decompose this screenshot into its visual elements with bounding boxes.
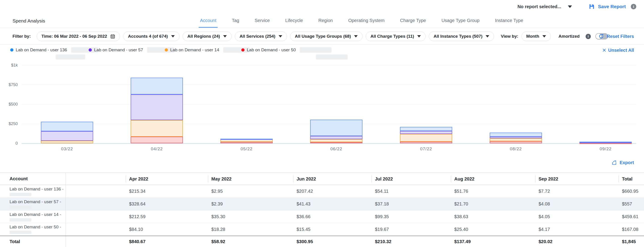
bar-segment-lab-on-demand-user-14-04-22[interactable]: [131, 120, 183, 137]
chevron-down-icon: [171, 35, 175, 37]
x-axis-tick: 03/22: [49, 146, 85, 151]
table-row[interactable]: Lab on Demand - user 57 -$328.64$2.39$41…: [0, 198, 644, 211]
info-icon[interactable]: i: [631, 4, 636, 9]
tab-operating-system[interactable]: Operating System: [348, 13, 384, 28]
unselect-all-button[interactable]: ✕ Unselect All: [602, 48, 634, 53]
reset-filters-label: Reset Filters: [607, 34, 634, 39]
legend-item-1[interactable]: Lab on Demand - user 136: [10, 47, 98, 53]
spend-value-cell: $2.39: [208, 198, 293, 211]
filter-pill-all-services-254-[interactable]: All Services (254): [235, 31, 287, 41]
legend-label: Lab on Demand - user 14: [170, 47, 219, 52]
top-header: No report selected... Save Report i: [0, 0, 644, 13]
amortized-info-icon[interactable]: i: [586, 34, 591, 39]
y-axis-tick: $1k: [1, 63, 18, 68]
bar-segment-lab-on-demand-user-14-06-22[interactable]: [310, 139, 362, 142]
legend-label: Lab on Demand - user 136: [16, 47, 67, 52]
time-range-pill[interactable]: Time: 06 Mar 2022 - 06 Sep 2022: [36, 31, 120, 41]
legend-item-4[interactable]: Lab on Demand - user 50: [241, 47, 332, 53]
spend-value-cell: $207.42: [293, 185, 372, 198]
tab-region[interactable]: Region: [318, 13, 333, 28]
legend-item-2[interactable]: Lab on Demand - user 57: [88, 47, 174, 53]
spend-value-cell: $4.05: [535, 211, 618, 223]
bar-segment-lab-on-demand-user-136-03-22[interactable]: [41, 122, 93, 131]
filter-pill-label: Accounts 4 (of 674): [128, 34, 168, 39]
bar-segment-lab-on-demand-user-50-08-22[interactable]: [490, 141, 542, 143]
bar-segment-lab-on-demand-user-57-07-22[interactable]: [400, 131, 452, 134]
reset-filters-button[interactable]: Reset Filters: [598, 34, 634, 39]
bar-segment-lab-on-demand-user-57-06-22[interactable]: [310, 136, 362, 139]
bar-segment-lab-on-demand-user-57-04-22[interactable]: [131, 94, 183, 120]
unselect-all-label: Unselect All: [608, 48, 634, 53]
filter-pill-all-instance-types-507-[interactable]: All Instance Types (507): [429, 31, 494, 41]
legend-dot-icon: [88, 48, 92, 51]
report-selector-value: No report selected...: [518, 4, 561, 9]
tab-usage-type-group[interactable]: Usage Type Group: [442, 13, 480, 28]
total-value-cell: $210.32: [372, 236, 451, 247]
bar-segment-lab-on-demand-user-136-05-22[interactable]: [220, 139, 273, 140]
spend-value-cell: $212.59: [126, 211, 208, 223]
bar-segment-lab-on-demand-user-57-03-22[interactable]: [41, 131, 93, 141]
filter-bar: Filter by: Time: 06 Mar 2022 - 06 Sep 20…: [0, 28, 644, 44]
tab-instance-type[interactable]: Instance Type: [495, 13, 523, 28]
table-total-row: Total$840.67$58.92$300.95$210.32$137.49$…: [0, 236, 644, 247]
bar-segment-lab-on-demand-user-50-07-22[interactable]: [400, 142, 452, 143]
spend-value-cell: $36.66: [293, 211, 372, 223]
spend-value-cell: $41.43: [293, 198, 372, 211]
tab-tag[interactable]: Tag: [232, 13, 239, 28]
chevron-down-icon: [223, 35, 227, 37]
total-value-cell: $20.02: [535, 236, 618, 247]
filter-pill-label: All Charge Types (11): [370, 34, 414, 39]
bar-segment-lab-on-demand-user-136-04-22[interactable]: [131, 78, 183, 94]
table-row[interactable]: Lab on Demand - user 136 -$215.34$2.95$2…: [0, 185, 644, 198]
tab-account[interactable]: Account: [200, 13, 216, 28]
column-spacer: [66, 173, 126, 185]
redacted-text: [56, 54, 85, 59]
spend-value-cell: $557: [618, 198, 644, 211]
save-report-label: Save Report: [598, 4, 626, 9]
bar-segment-lab-on-demand-user-136-08-22[interactable]: [490, 133, 542, 137]
filter-pill-accounts-4-of-674-[interactable]: Accounts 4 (of 674): [123, 31, 179, 41]
filter-pill-all-regions-24-[interactable]: All Regions (24): [183, 31, 232, 41]
export-icon: [612, 160, 617, 165]
tab-charge-type[interactable]: Charge Type: [400, 13, 426, 28]
divider: [0, 28, 644, 28]
x-axis-tick: 04/22: [138, 146, 175, 151]
legend-item-3[interactable]: Lab on Demand - user 14: [165, 47, 250, 53]
spend-value-cell: $37.18: [372, 198, 451, 211]
column-header-jun-2022: Jun 2022: [293, 173, 372, 185]
table-row[interactable]: Lab on Demand - user 14 -$212.59$35.30$3…: [0, 211, 644, 223]
x-axis-tick: 05/22: [228, 146, 265, 151]
chevron-down-icon: [486, 35, 489, 37]
bar-segment-lab-on-demand-user-136-06-22[interactable]: [310, 120, 362, 136]
spacer-cell: [66, 185, 126, 198]
save-report-button[interactable]: Save Report: [589, 4, 626, 9]
bar-segment-lab-on-demand-user-136-09-22[interactable]: [580, 142, 632, 143]
spend-analysis-page: No report selected... Save Report i Spen…: [0, 0, 644, 247]
bar-segment-lab-on-demand-user-50-04-22[interactable]: [131, 137, 183, 143]
time-range-value: Time: 06 Mar 2022 - 06 Sep 2022: [41, 34, 107, 39]
report-selector-dropdown[interactable]: No report selected...: [518, 4, 572, 9]
account-name: Lab on Demand - user 14 -: [10, 212, 66, 217]
export-button[interactable]: Export: [612, 160, 634, 165]
redacted-text: [316, 54, 348, 59]
bar-segment-lab-on-demand-user-50-06-22[interactable]: [310, 142, 362, 143]
table-header-row: AccountApr 2022May 2022Jun 2022Jul 2022A…: [0, 173, 644, 185]
bar-segment-lab-on-demand-user-14-08-22[interactable]: [490, 138, 542, 141]
spend-value-cell: $25.40: [451, 223, 535, 236]
tab-service[interactable]: Service: [255, 13, 270, 28]
calendar-icon: [110, 34, 115, 39]
view-by-dropdown[interactable]: Month: [522, 31, 551, 41]
bar-segment-lab-on-demand-user-14-07-22[interactable]: [400, 134, 452, 142]
filter-pill-all-usage-type-groups-68-[interactable]: All Usage Type Groups (68): [290, 31, 363, 41]
bar-segment-lab-on-demand-user-14-03-22[interactable]: [41, 141, 93, 143]
bar-segment-lab-on-demand-user-57-08-22[interactable]: [490, 137, 542, 138]
spacer-cell: [66, 198, 126, 211]
spend-value-cell: $51.76: [451, 185, 535, 198]
tab-lifecycle[interactable]: Lifecycle: [285, 13, 303, 28]
column-header-aug-2022: Aug 2022: [451, 173, 535, 185]
filter-pill-all-charge-types-11-[interactable]: All Charge Types (11): [366, 31, 426, 41]
bar-segment-lab-on-demand-user-50-05-22[interactable]: [220, 142, 273, 143]
table-row[interactable]: Lab on Demand - user 50 -$84.10$18.28$15…: [0, 223, 644, 236]
bar-segment-lab-on-demand-user-136-07-22[interactable]: [400, 127, 452, 131]
legend-label: Lab on Demand - user 50: [247, 47, 296, 52]
